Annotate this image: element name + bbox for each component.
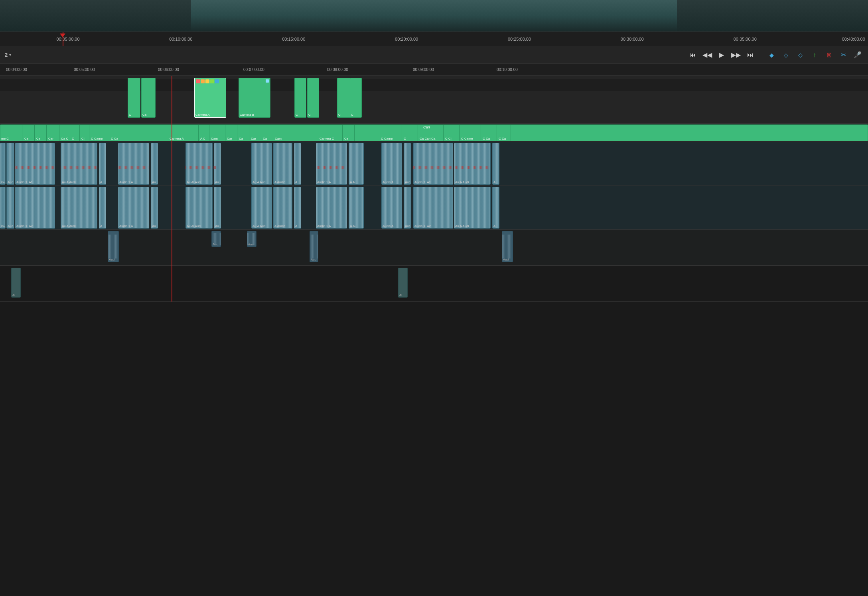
audio-clip[interactable]: A bbox=[492, 143, 499, 185]
audio-clip-2[interactable]: Audio 1 A bbox=[118, 187, 149, 229]
clip[interactable]: Camera A bbox=[194, 78, 226, 118]
audio-clip-2[interactable]: Au bbox=[214, 187, 221, 229]
green-track-clip[interactable]: C bbox=[403, 125, 418, 141]
green-track-clip[interactable]: A C bbox=[199, 125, 209, 141]
step-fwd-button[interactable]: ▶▶ bbox=[730, 49, 742, 61]
toolbar-left: 2 ▾ bbox=[5, 52, 11, 58]
green-track-clip[interactable]: C Ca bbox=[482, 125, 497, 141]
green-track-clip[interactable]: Ca C bbox=[60, 125, 70, 141]
diamond-solid-button[interactable]: ◆ bbox=[766, 49, 777, 61]
green-track-clip[interactable]: C C| bbox=[444, 125, 460, 141]
scissors-button[interactable]: ✂ bbox=[838, 49, 849, 61]
audio-clip[interactable]: Audio 1, A1 bbox=[413, 143, 453, 185]
audio-clip[interactable]: Au Al Audi bbox=[185, 143, 213, 185]
diamond-hollow-button-1[interactable]: ◇ bbox=[780, 49, 791, 61]
audio-clip[interactable]: io A bbox=[0, 143, 6, 185]
audio-clip-2[interactable]: Au A Audi bbox=[454, 187, 491, 229]
mic-button[interactable]: 🎤 bbox=[852, 49, 863, 61]
green-track-clip[interactable]: C Came bbox=[460, 125, 481, 141]
audio-clip[interactable]: Audio 1 A bbox=[316, 143, 347, 185]
green-track-clip[interactable]: Camera C bbox=[319, 125, 343, 141]
green-track-clip[interactable]: C bbox=[71, 125, 80, 141]
audio-clip-2[interactable]: io A bbox=[0, 187, 6, 229]
audio-clip[interactable]: Au A Audi bbox=[251, 143, 272, 185]
audio-clip[interactable]: A Audic bbox=[273, 143, 292, 185]
audio-clip[interactable]: A bbox=[99, 143, 106, 185]
green-track-clip[interactable]: Car bbox=[47, 125, 59, 141]
audio-clip[interactable]: Auc bbox=[6, 143, 14, 185]
audio-clip[interactable]: Audio 1, A1 bbox=[15, 143, 55, 185]
extra-audio-clip[interactable]: Aud bbox=[108, 231, 119, 262]
green-track-clip[interactable]: C Ca bbox=[498, 125, 511, 141]
clip[interactable]: Camera B bbox=[239, 78, 270, 118]
audio-clip-2[interactable]: A bbox=[99, 187, 106, 229]
green-track-clip[interactable]: C Came bbox=[90, 125, 109, 141]
timecode-tick-label: 00:40:00.00 bbox=[842, 37, 865, 41]
toolbar: 2 ▾ ⏮ ◀◀ ▶ ▶▶ ⏭ ◆ ◇ ◇ ↑ ⊠ ✂ 🎤 bbox=[0, 46, 868, 64]
green-track-clip[interactable]: Ca bbox=[343, 125, 355, 141]
audio-clip-2[interactable]: Au A Audi bbox=[251, 187, 272, 229]
clip[interactable]: C bbox=[128, 78, 140, 118]
clip-cut-button[interactable]: ⊠ bbox=[823, 49, 834, 61]
timecode-main-tick: 00:07:00.00 bbox=[243, 67, 264, 72]
audio-bottom-row: AiAi bbox=[0, 266, 868, 302]
audio-clip-2[interactable]: Audio 1 A bbox=[316, 187, 347, 229]
green-track-clip[interactable]: Ca bbox=[36, 125, 47, 141]
audio-clip[interactable]: Audio 1 A bbox=[118, 143, 149, 185]
clip[interactable]: C bbox=[337, 78, 351, 118]
green-track-clip[interactable]: Ca Carl Ca bbox=[419, 125, 444, 141]
bottom-clip[interactable]: Ai bbox=[11, 268, 21, 298]
clip[interactable]: Ca bbox=[141, 78, 156, 118]
green-track-clip[interactable]: Car bbox=[250, 125, 261, 141]
extra-audio-clip[interactable]: Auc bbox=[211, 231, 221, 247]
audio-clip-2[interactable]: Auc bbox=[6, 187, 14, 229]
audio-clip[interactable]: Au bbox=[214, 143, 221, 185]
audio-clip-2[interactable]: Audio 1, A2 bbox=[15, 187, 55, 229]
audio-clip[interactable]: A bbox=[294, 143, 301, 185]
extra-audio-clip[interactable]: Aud bbox=[310, 231, 318, 262]
skip-start-button[interactable]: ⏮ bbox=[687, 49, 698, 61]
green-track-clip[interactable]: me C bbox=[0, 125, 22, 141]
audio-clip[interactable]: Au A Audi bbox=[61, 143, 97, 185]
extra-audio-clip[interactable]: Auc bbox=[247, 231, 256, 247]
clip[interactable]: C bbox=[294, 78, 306, 118]
green-track-clip[interactable]: C| bbox=[81, 125, 89, 141]
audio-clip-2[interactable]: A bbox=[492, 187, 499, 229]
green-track-clip[interactable]: Cam bbox=[274, 125, 287, 141]
dropdown-icon[interactable]: ▾ bbox=[9, 53, 11, 57]
audio-clip-2[interactable]: Audio 1, A2 bbox=[413, 187, 453, 229]
clip[interactable]: C bbox=[350, 78, 362, 118]
audio-clip-2[interactable]: Au bbox=[151, 187, 158, 229]
green-track-clip[interactable]: Ca bbox=[262, 125, 273, 141]
green-track-clip[interactable]: Ca bbox=[238, 125, 249, 141]
green-track-clip[interactable]: Car bbox=[226, 125, 237, 141]
audio-clip-2[interactable]: A bbox=[294, 187, 301, 229]
green-track-clip[interactable]: Cam bbox=[210, 125, 225, 141]
audio-clip-2[interactable]: A Au bbox=[349, 187, 364, 229]
audio-clip-2[interactable]: Au Al Audi bbox=[185, 187, 213, 229]
green-track-clip[interactable]: C Came bbox=[380, 125, 402, 141]
timecode-main-tick: 00:08:00.00 bbox=[327, 67, 348, 72]
skip-end-button[interactable]: ⏭ bbox=[745, 49, 756, 61]
extra-audio-clip[interactable]: Aud bbox=[502, 231, 513, 262]
audio-clip[interactable]: Audio A bbox=[381, 143, 402, 185]
green-track-clip[interactable]: C Ca bbox=[110, 125, 125, 141]
clip[interactable]: C bbox=[307, 78, 319, 118]
audio-clip-2[interactable]: A Audic bbox=[273, 187, 292, 229]
tracks-wrapper: CCaCamera ACamera BCCCC me CCaCaCarCa CC… bbox=[0, 76, 868, 302]
audio-clip[interactable]: Auc bbox=[404, 143, 411, 185]
audio-clip[interactable]: Au A Audi bbox=[454, 143, 491, 185]
diamond-hollow-button-2[interactable]: ◇ bbox=[795, 49, 806, 61]
green-track-clip[interactable]: Ca bbox=[24, 125, 35, 141]
step-back-button[interactable]: ◀◀ bbox=[702, 49, 713, 61]
upload-button[interactable]: ↑ bbox=[809, 49, 820, 61]
audio-clip-2[interactable]: Audio A bbox=[381, 187, 402, 229]
bottom-clip[interactable]: Ai bbox=[398, 268, 408, 298]
timecode-ruler-main: 00:04:00.0000:05:00.0000:06:00.0000:07:0… bbox=[0, 64, 868, 76]
audio-clip-2[interactable]: Au A Audi bbox=[61, 187, 97, 229]
green-track-clip[interactable]: Camera A bbox=[169, 125, 199, 141]
audio-clip[interactable]: Au bbox=[151, 143, 158, 185]
play-button[interactable]: ▶ bbox=[716, 49, 727, 61]
audio-clip[interactable]: A Au bbox=[349, 143, 364, 185]
audio-clip-2[interactable]: Auc bbox=[404, 187, 411, 229]
